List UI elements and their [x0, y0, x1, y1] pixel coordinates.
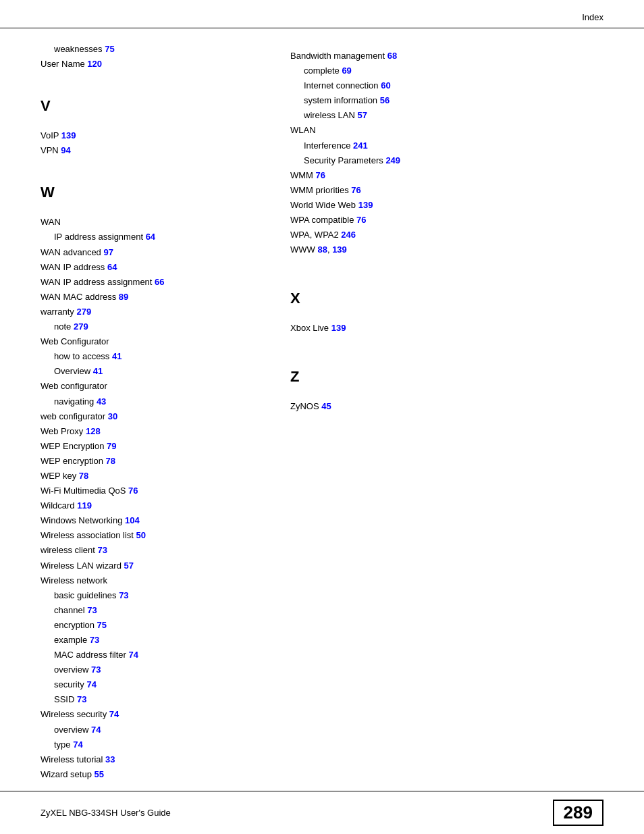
- link[interactable]: 74: [129, 650, 138, 660]
- list-item: WEP encryption 78: [41, 454, 270, 469]
- left-column: weaknesses 75 User Name 120 V VoIP 139 V…: [41, 42, 290, 782]
- link[interactable]: 139: [332, 244, 347, 255]
- list-item: Wizard setup 55: [41, 767, 270, 782]
- list-item: Web configurator: [41, 379, 270, 394]
- list-item: Security Parameters 249: [290, 153, 603, 168]
- list-item: navigating 43: [41, 394, 270, 409]
- link[interactable]: 56: [380, 95, 390, 105]
- list-item: WPA, WPA2 246: [290, 228, 603, 242]
- link[interactable]: 68: [387, 51, 397, 61]
- link[interactable]: 64: [107, 262, 117, 272]
- footer-label: ZyXEL NBG-334SH User's Guide: [41, 808, 171, 818]
- list-item: WAN MAC address 89: [41, 290, 270, 305]
- list-item: Wireless association list 50: [41, 528, 270, 543]
- header-title: Index: [582, 12, 603, 22]
- link[interactable]: 78: [106, 456, 115, 466]
- list-item: overview 74: [41, 723, 270, 737]
- list-item: WAN advanced 97: [41, 245, 270, 260]
- link[interactable]: 76: [316, 170, 325, 180]
- link[interactable]: 73: [91, 664, 101, 675]
- list-item: WWW 88, 139: [290, 242, 603, 257]
- link[interactable]: 94: [61, 145, 70, 155]
- link[interactable]: 74: [91, 725, 101, 735]
- list-item: Wireless tutorial 33: [41, 752, 270, 767]
- link[interactable]: 78: [79, 471, 88, 481]
- link[interactable]: 66: [155, 277, 164, 287]
- link[interactable]: 74: [73, 739, 82, 750]
- link[interactable]: 79: [107, 441, 116, 451]
- list-item: Wireless security 74: [41, 707, 270, 722]
- link[interactable]: 50: [136, 530, 146, 540]
- link[interactable]: 57: [124, 561, 134, 571]
- link[interactable]: 74: [109, 709, 119, 719]
- list-item: Wireless network: [41, 573, 270, 588]
- link[interactable]: 45: [321, 401, 331, 411]
- link[interactable]: 43: [97, 396, 106, 407]
- link[interactable]: 139: [61, 130, 76, 140]
- link[interactable]: 76: [356, 215, 366, 225]
- link[interactable]: 74: [86, 679, 96, 689]
- link[interactable]: 73: [90, 635, 99, 645]
- link[interactable]: 64: [146, 232, 155, 242]
- link[interactable]: 279: [74, 321, 88, 332]
- link[interactable]: 246: [341, 230, 356, 240]
- list-item: Bandwidth management 68: [290, 49, 603, 63]
- link[interactable]: 97: [103, 247, 113, 257]
- page-header: Index: [0, 0, 644, 28]
- list-item: Internet connection 60: [290, 78, 603, 93]
- link[interactable]: 75: [105, 44, 114, 54]
- link[interactable]: 119: [77, 500, 92, 511]
- link[interactable]: 76: [128, 486, 138, 496]
- link[interactable]: 73: [87, 605, 97, 615]
- list-item: WAN IP address 64: [41, 260, 270, 275]
- list-item: VoIP 139: [41, 128, 270, 143]
- link[interactable]: 75: [97, 620, 107, 630]
- list-item: VPN 94: [41, 143, 270, 158]
- link[interactable]: 139: [358, 200, 373, 210]
- page: Index weaknesses 75 User Name 120 V VoIP…: [0, 0, 644, 834]
- link[interactable]: 69: [342, 66, 351, 76]
- link[interactable]: 104: [125, 515, 140, 525]
- link[interactable]: 279: [76, 307, 91, 317]
- list-item: overview 73: [41, 662, 270, 677]
- section-letter-z: Z: [290, 368, 603, 386]
- page-footer: ZyXEL NBG-334SH User's Guide 289: [0, 791, 644, 834]
- link[interactable]: 55: [94, 769, 103, 779]
- link[interactable]: 88: [317, 244, 327, 255]
- link[interactable]: 41: [112, 351, 122, 361]
- list-item: WAN: [41, 215, 270, 230]
- list-item: SSID 73: [41, 692, 270, 707]
- link[interactable]: 89: [119, 292, 128, 302]
- link[interactable]: 41: [93, 366, 103, 376]
- link[interactable]: 73: [98, 545, 107, 555]
- link[interactable]: 30: [108, 411, 117, 421]
- link[interactable]: 249: [385, 155, 400, 165]
- list-item: WAN IP address assignment 66: [41, 275, 270, 290]
- list-item: WEP key 78: [41, 469, 270, 484]
- link[interactable]: 57: [357, 110, 367, 120]
- list-item: User Name 120: [41, 57, 270, 72]
- list-item: WMM 76: [290, 168, 603, 183]
- list-item: encryption 75: [41, 618, 270, 633]
- link[interactable]: 60: [381, 80, 390, 90]
- list-item: web configurator 30: [41, 409, 270, 424]
- list-item: system information 56: [290, 93, 603, 108]
- list-item-web-proxy: Web Proxy 128: [41, 424, 270, 439]
- list-item: weaknesses 75: [41, 42, 270, 57]
- list-item: Web Configurator: [41, 334, 270, 349]
- list-item: Interference 241: [290, 138, 603, 153]
- list-item: Windows Networking 104: [41, 513, 270, 528]
- link[interactable]: 241: [353, 140, 368, 151]
- link[interactable]: 73: [77, 694, 86, 704]
- list-item: channel 73: [41, 603, 270, 618]
- link[interactable]: 76: [351, 185, 360, 195]
- list-item: Wildcard 119: [41, 498, 270, 513]
- link[interactable]: 128: [86, 426, 101, 436]
- list-item: wireless LAN 57: [290, 108, 603, 123]
- content-area: weaknesses 75 User Name 120 V VoIP 139 V…: [0, 35, 644, 823]
- link[interactable]: 120: [87, 59, 102, 69]
- link[interactable]: 33: [105, 754, 115, 764]
- link[interactable]: 73: [119, 590, 128, 600]
- link[interactable]: 139: [331, 323, 346, 333]
- list-item: WLAN: [290, 123, 603, 138]
